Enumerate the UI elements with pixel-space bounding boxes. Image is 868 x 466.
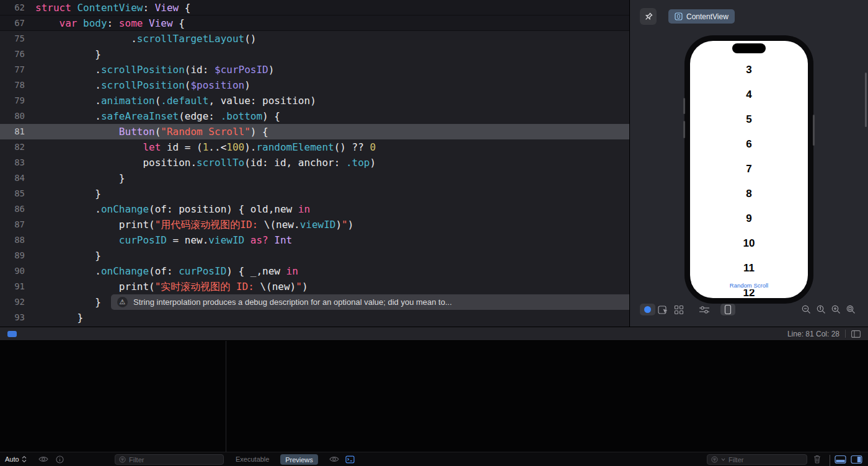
selectable-mode-button[interactable] <box>657 304 669 315</box>
code-line-80[interactable]: 80 .safeAreaInset(edge: .bottom) { <box>0 108 629 124</box>
live-preview-button[interactable] <box>640 304 655 315</box>
line-number[interactable]: 84 <box>0 170 35 186</box>
preview-scrollbar[interactable] <box>865 73 867 127</box>
line-number[interactable]: 76 <box>0 46 35 62</box>
code-line-88[interactable]: 88 curPosID = new.viewID as? Int <box>0 232 629 248</box>
previews-segment-button[interactable]: Previews <box>280 454 318 465</box>
code-line-86[interactable]: 86 .onChange(of: position) { old,new in <box>0 201 629 217</box>
line-number[interactable]: 93 <box>0 310 35 325</box>
editor-layout-icon[interactable] <box>851 330 861 338</box>
code-text: } <box>35 294 101 310</box>
debug-area <box>0 341 868 452</box>
zoom-out-icon <box>801 304 812 315</box>
zoom-fit-icon <box>846 304 856 315</box>
line-number[interactable]: 83 <box>0 155 35 170</box>
code-text: } <box>35 310 83 325</box>
preview-tab-contentview[interactable]: ContentView <box>668 9 735 24</box>
console-filter-input[interactable]: Filter <box>707 454 807 465</box>
device-button[interactable] <box>720 304 735 315</box>
code-line-91[interactable]: 91 print("实时滚动视图的 ID: \(new)") <box>0 279 629 294</box>
info-button[interactable] <box>56 452 64 466</box>
code-line-90[interactable]: 90 .onChange(of: curPosID) { _,new in <box>0 263 629 279</box>
code-text: curPosID = new.viewID as? Int <box>35 232 292 248</box>
line-number[interactable]: 81 <box>0 124 35 139</box>
xcode-window: 62struct ContentView: View {67 var body:… <box>0 0 868 466</box>
code-line-93[interactable]: 93 } <box>0 310 629 325</box>
line-number[interactable]: 85 <box>0 186 35 201</box>
line-number[interactable]: 90 <box>0 263 35 279</box>
zoom-fit-button[interactable] <box>844 304 857 315</box>
code-editor[interactable]: 62struct ContentView: View {67 var body:… <box>0 0 629 327</box>
code-text: } <box>35 248 101 263</box>
line-number[interactable]: 92 <box>0 294 35 310</box>
iphone-screen[interactable]: 3456789101112 Random Scroll <box>690 41 808 298</box>
executable-label: Executable <box>236 452 269 466</box>
line-number[interactable]: 88 <box>0 232 35 248</box>
line-number[interactable]: 91 <box>0 279 35 294</box>
selectable-mode-icon <box>658 305 668 315</box>
code-line-87[interactable]: 87 print("用代码滚动视图的ID: \(new.viewID)") <box>0 217 629 232</box>
zoom-actual-size-icon <box>816 304 826 315</box>
code-line-78[interactable]: 78 .scrollPosition($position) <box>0 77 629 93</box>
code-line-62[interactable]: 62struct ContentView: View { <box>0 0 629 15</box>
line-number[interactable]: 87 <box>0 217 35 232</box>
variants-mode-button[interactable] <box>673 304 685 315</box>
line-number[interactable]: 79 <box>0 93 35 108</box>
toggle-console-pane-button[interactable] <box>851 452 862 466</box>
random-scroll-button[interactable]: Random Scroll <box>690 282 808 289</box>
line-number[interactable]: 86 <box>0 201 35 217</box>
dynamic-island <box>732 43 766 53</box>
variables-filter-input[interactable]: Filter <box>115 454 224 465</box>
breakpoint-tag-icon[interactable] <box>7 331 17 337</box>
line-number[interactable]: 77 <box>0 62 35 77</box>
filter-placeholder: Filter <box>728 456 743 464</box>
line-number[interactable]: 80 <box>0 108 35 124</box>
line-number[interactable]: 78 <box>0 77 35 93</box>
code-line-83[interactable]: 83 position.scrollTo(id: id, anchor: .to… <box>0 155 629 170</box>
code-line-92[interactable]: 92 }⚠String interpolation produces a deb… <box>0 294 629 310</box>
code-line-75[interactable]: 75 .scrollTargetLayout() <box>0 31 629 46</box>
code-line-77[interactable]: 77 .scrollPosition(id: $curPosID) <box>0 62 629 77</box>
code-line-81[interactable]: 81 Button("Random Scroll") { <box>0 124 629 139</box>
clear-console-button[interactable] <box>813 452 821 466</box>
debug-pane-divider[interactable] <box>226 341 226 466</box>
code-line-79[interactable]: 79 .animation(.default, value: position) <box>0 93 629 108</box>
zoom-out-button[interactable] <box>800 304 812 315</box>
inline-diagnostic[interactable]: ⚠String interpolation produces a debug d… <box>111 294 629 310</box>
toggle-variables-pane-button[interactable] <box>835 452 846 466</box>
eye-icon <box>329 455 339 463</box>
code-lines: 62struct ContentView: View {67 var body:… <box>0 0 629 325</box>
code-text: var body: some View { <box>35 15 185 31</box>
code-text: position.scrollTo(id: id, anchor: .top) <box>35 155 376 170</box>
console-eye-button[interactable] <box>329 452 339 466</box>
code-line-82[interactable]: 82 let id = (1..<100).randomElement() ??… <box>0 139 629 155</box>
line-number[interactable]: 75 <box>0 31 35 46</box>
line-number[interactable]: 89 <box>0 248 35 263</box>
code-line-67[interactable]: 67 var body: some View { <box>0 15 629 31</box>
iphone-frame: 3456789101112 Random Scroll <box>684 35 813 304</box>
line-number[interactable]: 62 <box>0 0 35 15</box>
variables-scope-popup[interactable]: Auto <box>5 452 27 466</box>
device-settings-button[interactable] <box>699 304 710 315</box>
preview-canvas: ContentView 3456789101112 Random Scroll <box>629 0 868 327</box>
list-item: 5 <box>690 107 808 132</box>
list-item: 7 <box>690 157 808 182</box>
code-text: .scrollTargetLayout() <box>35 31 256 46</box>
line-number[interactable]: 82 <box>0 139 35 155</box>
pin-preview-button[interactable] <box>640 8 657 25</box>
zoom-in-button[interactable] <box>830 304 842 315</box>
chevron-down-icon <box>721 458 725 461</box>
zoom-in-icon <box>831 304 841 315</box>
code-line-85[interactable]: 85 } <box>0 186 629 201</box>
code-text: } <box>35 186 101 201</box>
zoom-actual-size-button[interactable] <box>815 304 827 315</box>
console-mode-button[interactable] <box>345 452 355 466</box>
code-text: Button("Random Scroll") { <box>35 124 268 139</box>
code-line-84[interactable]: 84 } <box>0 170 629 186</box>
code-line-76[interactable]: 76 } <box>0 46 629 62</box>
live-preview-icon <box>644 306 651 313</box>
code-line-89[interactable]: 89 } <box>0 248 629 263</box>
line-number[interactable]: 67 <box>0 15 35 31</box>
variables-view-eye-button[interactable] <box>38 452 48 466</box>
pane-toggle-console-icon <box>851 455 862 464</box>
